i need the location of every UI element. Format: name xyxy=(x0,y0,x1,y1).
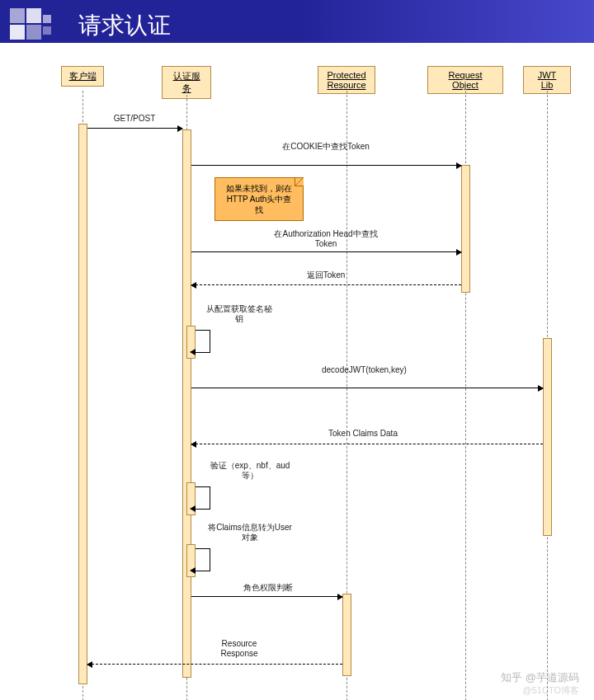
participant-request-object: Request Object xyxy=(427,66,503,94)
slide-header: 请求认证 xyxy=(0,0,594,43)
page-title: 请求认证 xyxy=(78,10,171,41)
activation-request-object xyxy=(461,165,470,293)
arrow-self-verify xyxy=(196,486,210,510)
arrow-resource-resp xyxy=(87,664,342,665)
watermark: 知乎 @芋道源码 xyxy=(501,670,579,685)
activation-client xyxy=(78,124,87,684)
arrow-auth-head xyxy=(191,251,461,252)
msg-token-claims-label: Token Claims Data xyxy=(314,429,412,439)
arrow-self-claims-user xyxy=(196,548,210,571)
arrow-self-signkey xyxy=(196,330,210,353)
arrow-role-check xyxy=(191,596,342,597)
msg-get-post-label: GET/POST xyxy=(97,114,172,124)
msg-cookie-lookup-label: 在COOKIE中查找Token xyxy=(264,142,388,152)
msg-decode-jwt-label: decodeJWT(token,key) xyxy=(322,365,404,375)
arrow-token-claims xyxy=(191,444,543,444)
msg-verify-label: 验证（exp、nbf、aud等） xyxy=(205,461,295,481)
msg-signkey-label: 从配置获取签名秘钥 xyxy=(206,304,272,324)
arrow-decode-jwt xyxy=(191,388,543,388)
msg-auth-head-label: 在Authorization Head中查找Token xyxy=(264,229,388,249)
activation-protected-resource xyxy=(342,594,351,676)
participant-client: 客户端 xyxy=(61,66,104,87)
msg-return-token-label: 返回Token xyxy=(289,270,363,280)
activation-auth-service xyxy=(182,129,191,678)
arrow-return-token xyxy=(191,284,461,285)
msg-role-check-label: 角色权限判断 xyxy=(231,583,305,593)
note-not-found: 如果未找到，则在HTTP Auth头中查找 xyxy=(214,177,304,221)
msg-claims-user-label: 将Claims信息转为User对象 xyxy=(205,523,295,543)
watermark-secondary: @51CTO博客 xyxy=(523,684,579,697)
participant-protected-resource: Protected Resource xyxy=(318,66,375,94)
arrow-cookie-lookup xyxy=(191,165,461,166)
activation-jwt-lib xyxy=(543,338,552,536)
participant-jwt-lib: JWT Lib xyxy=(523,66,571,94)
msg-resource-resp-label: Resource Response xyxy=(206,639,272,659)
arrow-get-post xyxy=(87,128,182,129)
